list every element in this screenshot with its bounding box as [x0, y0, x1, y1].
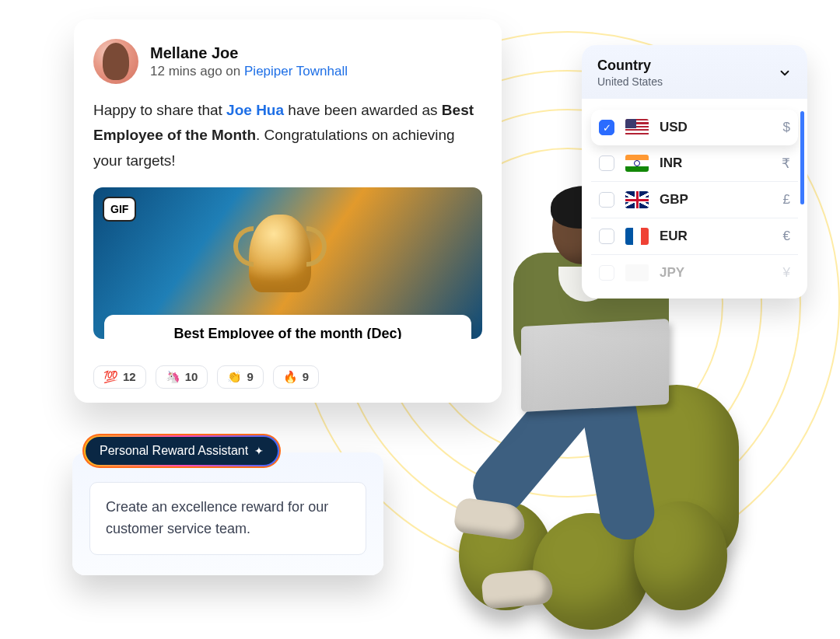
- post-channel-link[interactable]: Piepiper Townhall: [244, 64, 348, 79]
- currency-row-jpy[interactable]: JPY ¥: [591, 255, 798, 291]
- currency-code: USD: [660, 120, 783, 135]
- reaction-fire[interactable]: 🔥 9: [273, 365, 319, 389]
- trophy-icon: [249, 215, 311, 292]
- sparkle-icon: ✦: [254, 445, 264, 457]
- currency-row-usd[interactable]: ✓ USD $: [591, 110, 798, 145]
- flag-us-icon: [625, 119, 649, 136]
- currency-row-gbp[interactable]: GBP £: [591, 182, 798, 218]
- assistant-chip-label: Personal Reward Assistant: [100, 444, 248, 458]
- reaction-clap[interactable]: 👏 9: [217, 365, 263, 389]
- post-timestamp: 12 mins ago: [150, 64, 222, 79]
- reaction-count: 10: [185, 370, 198, 383]
- currency-row-inr[interactable]: INR ₹: [591, 145, 798, 182]
- currency-symbol: €: [783, 229, 790, 244]
- currency-code: JPY: [660, 265, 783, 281]
- reaction-count: 12: [123, 370, 136, 383]
- author-name[interactable]: Mellane Joe: [150, 44, 348, 62]
- feed-post-card: Mellane Joe 12 mins ago on Piepiper Town…: [74, 19, 502, 403]
- media-caption: Best Employee of the month (Dec): [104, 315, 471, 339]
- post-body: Happy to share that Joe Hua have been aw…: [93, 98, 482, 173]
- chevron-down-icon: [778, 66, 792, 80]
- currency-symbol: ₹: [782, 155, 790, 172]
- gif-badge: GIF: [103, 197, 136, 222]
- currency-code: INR: [660, 155, 782, 171]
- assistant-prompt-text[interactable]: Create an excellence reward for our cust…: [89, 482, 366, 555]
- scrollbar[interactable]: [800, 111, 804, 204]
- checkbox[interactable]: ✓: [599, 120, 614, 135]
- currency-code: GBP: [660, 192, 783, 208]
- flag-gb-icon: [625, 191, 649, 208]
- currency-list: ✓ USD $ INR ₹ GBP £ EUR € JPY ¥: [582, 99, 807, 299]
- flag-in-icon: [625, 155, 649, 172]
- post-meta: 12 mins ago on Piepiper Townhall: [150, 64, 348, 79]
- country-value: United States: [597, 75, 663, 88]
- reaction-emoji: 🔥: [283, 370, 298, 384]
- post-header: Mellane Joe 12 mins ago on Piepiper Town…: [93, 39, 482, 84]
- reaction-unicorn[interactable]: 🦄 10: [156, 365, 208, 389]
- country-label: Country: [597, 58, 663, 74]
- assistant-chip[interactable]: Personal Reward Assistant ✦: [84, 435, 279, 466]
- checkbox[interactable]: [599, 265, 614, 281]
- flag-fr-icon: [625, 228, 649, 245]
- country-picker: Country United States ✓ USD $ INR ₹ GBP …: [582, 45, 807, 299]
- reaction-count: 9: [247, 370, 253, 383]
- currency-symbol: $: [783, 120, 790, 135]
- reaction-emoji: 🦄: [166, 370, 180, 384]
- currency-row-eur[interactable]: EUR €: [591, 218, 798, 255]
- currency-code: EUR: [660, 229, 783, 244]
- laptop-icon: [521, 319, 669, 412]
- reactions-row: 💯 12 🦄 10 👏 9 🔥 9: [93, 365, 482, 389]
- post-media[interactable]: GIF Best Employee of the month (Dec): [93, 187, 482, 339]
- country-picker-header[interactable]: Country United States: [582, 45, 807, 99]
- checkbox[interactable]: [599, 192, 614, 208]
- currency-symbol: ¥: [783, 265, 790, 281]
- reaction-emoji: 💯: [103, 370, 118, 384]
- assistant-prompt-panel: Create an excellence reward for our cust…: [72, 452, 383, 575]
- flag-placeholder-icon: [625, 264, 649, 281]
- author-avatar[interactable]: [93, 39, 138, 84]
- reaction-emoji: 👏: [227, 370, 242, 384]
- reaction-100[interactable]: 💯 12: [93, 365, 146, 389]
- user-mention[interactable]: Joe Hua: [226, 102, 284, 118]
- checkbox[interactable]: [599, 229, 614, 244]
- checkbox[interactable]: [599, 155, 614, 171]
- currency-symbol: £: [783, 192, 790, 208]
- reaction-count: 9: [303, 370, 309, 383]
